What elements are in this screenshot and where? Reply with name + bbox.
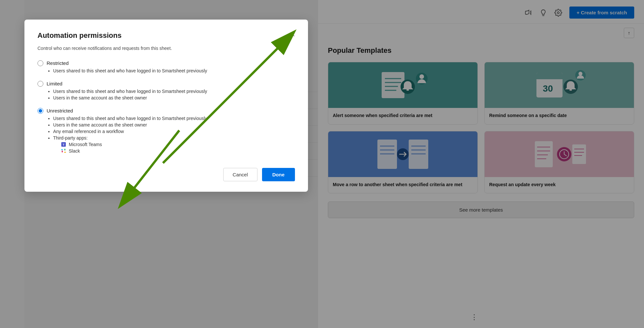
limited-label-row: Limited bbox=[37, 81, 295, 87]
done-button[interactable]: Done bbox=[262, 168, 295, 181]
unrestricted-bullets: Users shared to this sheet and who have … bbox=[37, 116, 295, 155]
svg-rect-45 bbox=[65, 149, 66, 151]
svg-rect-43 bbox=[61, 148, 66, 154]
modal-header: Automation permissions × bbox=[37, 31, 295, 40]
unrestricted-bullet-4: Third-party apps: T Microsoft Teams bbox=[53, 135, 295, 155]
third-party-apps-list: T Microsoft Teams bbox=[53, 142, 295, 154]
limited-bullet-2: Users in the same account as the sheet o… bbox=[53, 95, 295, 100]
restricted-bullets: Users shared to this sheet and who have … bbox=[37, 68, 295, 73]
restricted-option: Restricted Users shared to this sheet an… bbox=[37, 60, 295, 73]
unrestricted-label: Unrestricted bbox=[47, 108, 73, 113]
svg-text:T: T bbox=[63, 143, 65, 146]
unrestricted-radio[interactable] bbox=[37, 108, 43, 114]
modal-subtitle: Control who can receive notifications an… bbox=[37, 46, 295, 51]
microsoft-teams-item: T Microsoft Teams bbox=[61, 142, 295, 147]
automation-permissions-modal: Automation permissions × Control who can… bbox=[24, 20, 308, 192]
slack-item: Slack bbox=[61, 148, 295, 154]
svg-rect-46 bbox=[65, 152, 66, 153]
restricted-label: Restricted bbox=[47, 60, 69, 66]
unrestricted-bullet-3: Any email referenced in a workflow bbox=[53, 129, 295, 134]
unrestricted-label-row: Unrestricted bbox=[37, 108, 295, 114]
limited-bullet-1: Users shared to this sheet and who have … bbox=[53, 89, 295, 94]
limited-label: Limited bbox=[47, 81, 62, 86]
modal-title: Automation permissions bbox=[37, 31, 122, 40]
slack-icon bbox=[61, 148, 66, 154]
cancel-button[interactable]: Cancel bbox=[223, 168, 257, 181]
restricted-label-row: Restricted bbox=[37, 60, 295, 66]
unrestricted-bullet-2: Users in the same account as the sheet o… bbox=[53, 122, 295, 127]
restricted-radio[interactable] bbox=[37, 60, 43, 66]
unrestricted-option: Unrestricted Users shared to this sheet … bbox=[37, 108, 295, 155]
svg-rect-47 bbox=[61, 149, 63, 150]
modal-close-button[interactable]: × bbox=[291, 31, 295, 38]
microsoft-teams-icon: T bbox=[61, 142, 66, 147]
limited-bullets: Users shared to this sheet and who have … bbox=[37, 89, 295, 100]
modal-footer: Cancel Done bbox=[37, 168, 295, 181]
limited-option: Limited Users shared to this sheet and w… bbox=[37, 81, 295, 100]
restricted-bullet-1: Users shared to this sheet and who have … bbox=[53, 68, 295, 73]
svg-rect-44 bbox=[62, 151, 63, 153]
limited-radio[interactable] bbox=[37, 81, 43, 87]
permissions-radio-group: Restricted Users shared to this sheet an… bbox=[37, 60, 295, 155]
unrestricted-bullet-1: Users shared to this sheet and who have … bbox=[53, 116, 295, 121]
